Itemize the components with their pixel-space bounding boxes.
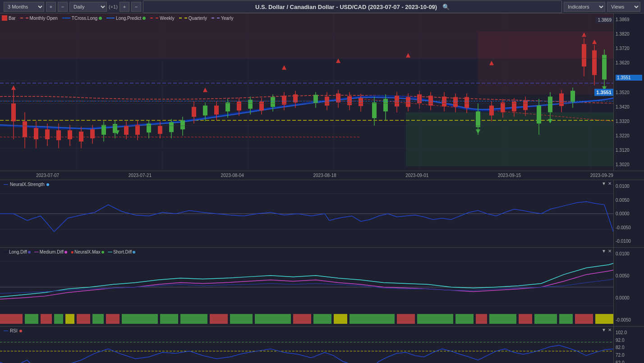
svg-rect-91 — [537, 105, 541, 123]
svg-rect-25 — [147, 123, 151, 132]
neuralx-chart[interactable]: — NeuralX.Strength ▼ ✕ — [0, 180, 613, 247]
neuralx-controls: ▼ ✕ — [602, 181, 612, 186]
rsi-collapse-btn[interactable]: ▼ — [602, 327, 606, 332]
arrow-down-1 — [11, 86, 16, 90]
legend-long-predict: Long.Predict — [106, 16, 146, 21]
diff-level-1: 0.0100 — [616, 251, 642, 256]
rsi-line — [0, 345, 613, 363]
search-icon[interactable]: 🔍 — [442, 4, 450, 10]
price-high-label: 1.3869 — [596, 17, 613, 23]
bar-icon — [2, 15, 7, 21]
svg-rect-138 — [293, 314, 311, 324]
svg-rect-151 — [595, 314, 613, 324]
rsi-level-2: 92.0 — [616, 338, 642, 343]
svg-rect-79 — [465, 97, 469, 108]
price-level-9: 1.3220 — [616, 133, 642, 138]
svg-rect-99 — [582, 44, 586, 67]
svg-rect-69 — [406, 97, 410, 107]
svg-rect-133 — [160, 314, 178, 324]
svg-rect-59 — [347, 96, 352, 105]
diff-level-4: -0.0050 — [616, 318, 642, 322]
svg-rect-23 — [135, 125, 140, 135]
long-predict-dot — [143, 17, 146, 20]
svg-rect-149 — [559, 314, 573, 324]
period-plus-button[interactable]: + — [120, 2, 129, 12]
svg-rect-81 — [476, 111, 480, 127]
svg-rect-65 — [383, 99, 388, 111]
svg-rect-135 — [210, 314, 228, 324]
svg-rect-148 — [534, 314, 557, 324]
rsi-close-btn[interactable]: ✕ — [608, 327, 612, 332]
arrow-down-3 — [282, 65, 286, 70]
diff-level-2: 0.0050 — [616, 273, 642, 278]
legend-weekly: Weekly — [150, 16, 175, 21]
svg-rect-9 — [56, 130, 61, 140]
legend-quarterly: Quarterly — [179, 16, 207, 21]
price-level-3: 1.3720 — [616, 46, 642, 51]
svg-rect-136 — [230, 314, 253, 324]
svg-rect-147 — [519, 314, 532, 324]
svg-rect-3 — [23, 121, 27, 137]
rsi-controls: ▼ ✕ — [602, 327, 612, 332]
rsi-label: — RSI — [4, 328, 22, 333]
long-predict-icon — [106, 18, 115, 18]
svg-rect-17 — [101, 125, 106, 135]
rsi-panel: — RSI ▼ ✕ 102.0 92.0 82.0 72.0 62.0 52.0… — [0, 327, 644, 363]
neuralx-close-btn[interactable]: ✕ — [608, 181, 612, 186]
svg-rect-5 — [34, 128, 38, 139]
indicators-select[interactable]: Indicators — [564, 2, 605, 12]
svg-rect-83 — [489, 105, 494, 115]
rsi-level-5: 62.0 — [616, 360, 642, 363]
svg-rect-75 — [442, 96, 446, 106]
monthly-open-icon — [20, 18, 28, 18]
svg-rect-27 — [158, 126, 162, 134]
svg-rect-124 — [0, 314, 23, 324]
svg-rect-47 — [271, 97, 275, 107]
neuralx-collapse-btn[interactable]: ▼ — [602, 181, 606, 186]
svg-rect-140 — [334, 314, 347, 324]
svg-rect-125 — [25, 314, 38, 324]
medium-diff-line — [0, 270, 613, 299]
timeframe-select[interactable]: 3 Months 1 Month 6 Months 1 Year — [4, 2, 44, 12]
svg-rect-89 — [523, 100, 528, 110]
svg-rect-37 — [214, 105, 219, 114]
rsi-chart[interactable]: — RSI ▼ ✕ — [0, 327, 613, 363]
svg-rect-97 — [570, 91, 575, 102]
svg-rect-53 — [313, 95, 318, 103]
svg-rect-150 — [575, 314, 593, 324]
neuralx-svg — [0, 180, 613, 247]
svg-rect-21 — [124, 126, 129, 135]
diff-chart[interactable]: — Long.Diff — Medium.Diff ■ NeuralX.Max … — [0, 248, 613, 326]
svg-rect-129 — [77, 314, 90, 324]
current-price-badge: 1.3551 — [594, 89, 613, 96]
zoom-out-button[interactable]: − — [58, 2, 68, 12]
xaxis-label-7: 2023-09-29 — [590, 173, 613, 178]
svg-rect-33 — [192, 107, 196, 117]
svg-rect-131 — [106, 314, 120, 324]
diff-controls: ▼ ✕ — [602, 249, 612, 254]
toolbar: 3 Months 1 Month 6 Months 1 Year + − Dai… — [0, 0, 644, 14]
main-chart-panel[interactable]: Bar Monthly Open TCross.Long Long.Predic… — [0, 14, 613, 171]
svg-rect-132 — [122, 314, 158, 324]
legend-tcross-long: TCross.Long — [62, 16, 102, 21]
svg-rect-11 — [68, 130, 72, 139]
svg-rect-45 — [259, 101, 264, 110]
svg-rect-1 — [11, 103, 16, 121]
views-select[interactable]: Views — [607, 2, 640, 12]
svg-rect-35 — [203, 105, 207, 115]
diff-panel: — Long.Diff — Medium.Diff ■ NeuralX.Max … — [0, 248, 644, 327]
period-minus-button[interactable]: − — [131, 2, 141, 12]
svg-rect-39 — [225, 102, 230, 111]
diff-collapse-btn[interactable]: ▼ — [602, 249, 606, 254]
long-diff-line — [0, 279, 613, 294]
svg-rect-142 — [397, 314, 415, 324]
price-level-6: 1.3520 — [616, 90, 642, 95]
periodicity-select[interactable]: Daily Weekly Monthly — [69, 2, 107, 12]
zoom-in-button[interactable]: + — [46, 2, 56, 12]
diff-close-btn[interactable]: ✕ — [608, 249, 612, 254]
ny-level-1: 0.0100 — [616, 184, 642, 189]
tcross-long-icon — [62, 18, 70, 18]
svg-rect-61 — [359, 98, 363, 106]
xaxis-label-2: 2023-07-21 — [129, 173, 152, 178]
svg-rect-41 — [237, 101, 241, 110]
